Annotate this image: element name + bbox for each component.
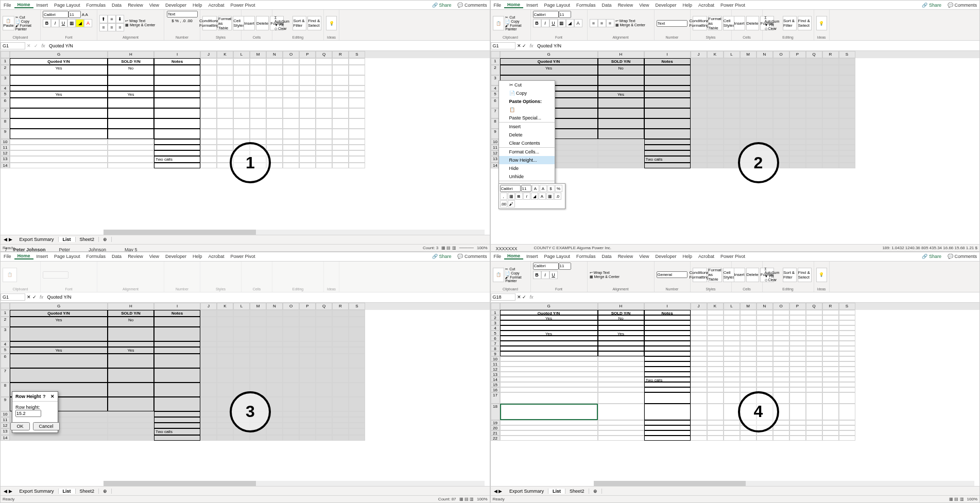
- mini-comma[interactable]: ,: [500, 193, 507, 200]
- col-J[interactable]: J: [200, 51, 217, 58]
- sheet-grid[interactable]: GHIJKLMNOPQRS 1Quoted Y/NSOLD Y/NNotes 2…: [491, 303, 980, 485]
- ctx-copy[interactable]: 📄 Copy: [499, 89, 555, 97]
- cell-I13[interactable]: Two calls: [154, 156, 200, 163]
- find-select[interactable]: Find & Select: [307, 16, 321, 30]
- paste-button[interactable]: 📋Paste: [3, 16, 14, 30]
- menu-pagelayout[interactable]: Page Layout: [51, 3, 83, 8]
- autosum[interactable]: Σ AutoSum: [274, 16, 291, 23]
- name-box[interactable]: [491, 42, 515, 49]
- tab-export[interactable]: Export Summary: [15, 237, 59, 242]
- enter-icon[interactable]: ✓: [32, 43, 40, 48]
- formula-input[interactable]: [535, 294, 979, 300]
- col-Q[interactable]: Q: [316, 51, 332, 58]
- mini-currency[interactable]: $: [547, 185, 555, 192]
- border-button[interactable]: ▦: [67, 19, 76, 27]
- h-scrollbar[interactable]: [104, 481, 485, 486]
- cell-G2[interactable]: Yes: [10, 65, 108, 75]
- row-6[interactable]: 6: [1, 98, 10, 108]
- menu-review[interactable]: Review: [125, 3, 146, 8]
- col-R[interactable]: R: [332, 51, 349, 58]
- col-P[interactable]: P: [299, 51, 316, 58]
- cell-I1[interactable]: Notes: [154, 58, 200, 65]
- insert-cells[interactable]: Insert: [244, 16, 255, 30]
- ctx-paste-special[interactable]: Paste Special...: [499, 114, 555, 122]
- mini-increase-font[interactable]: A: [532, 185, 539, 192]
- ctx-formatcells[interactable]: Format Cells...: [499, 147, 555, 156]
- dlg-ok[interactable]: OK: [10, 422, 29, 430]
- formatpainter-button[interactable]: 🖌 Format Painter: [15, 24, 38, 31]
- align-bot[interactable]: ⬇: [116, 15, 124, 23]
- col-G[interactable]: G: [10, 51, 108, 58]
- cell-H5[interactable]: Yes: [108, 91, 154, 98]
- cell-H2[interactable]: No: [108, 65, 154, 75]
- underline-button[interactable]: U: [59, 19, 67, 27]
- fmt-table[interactable]: Format as Table: [218, 16, 232, 30]
- row-1[interactable]: 1: [1, 58, 10, 65]
- formula-input[interactable]: [535, 43, 979, 48]
- mini-decimal2[interactable]: .00: [500, 200, 507, 207]
- mini-fontcolor[interactable]: A: [539, 193, 546, 200]
- col-K[interactable]: K: [217, 51, 233, 58]
- ctx-cut[interactable]: ✂ Cut: [499, 81, 555, 89]
- cell-G1[interactable]: Quoted Y/N: [10, 58, 108, 65]
- row-14[interactable]: 14: [1, 163, 10, 168]
- tab-list[interactable]: List: [59, 237, 76, 242]
- bold-button[interactable]: B: [43, 19, 51, 27]
- delete-cells[interactable]: Delete: [256, 16, 269, 30]
- row-12[interactable]: 12: [1, 150, 10, 156]
- cell-I2[interactable]: [154, 65, 200, 75]
- font-size[interactable]: [68, 11, 81, 18]
- row-7[interactable]: 7: [1, 108, 10, 118]
- merge-center[interactable]: ▦ Merge & Center: [125, 23, 155, 27]
- menu-data[interactable]: Data: [109, 3, 125, 8]
- ctx-hide[interactable]: Hide: [499, 164, 555, 172]
- row-5[interactable]: 5: [1, 91, 10, 98]
- font-color-button[interactable]: A: [84, 19, 92, 27]
- menu-developer[interactable]: Developer: [162, 3, 190, 8]
- row-4[interactable]: 4: [1, 85, 10, 91]
- dlg-close[interactable]: ✕: [50, 394, 55, 399]
- new-sheet[interactable]: ⊕: [99, 237, 112, 242]
- dlg-cancel[interactable]: Cancel: [33, 422, 60, 430]
- comments-button[interactable]: 💬 Comments: [455, 2, 489, 8]
- select-all[interactable]: [1, 51, 10, 58]
- row-3[interactable]: 3: [1, 75, 10, 85]
- copy-button[interactable]: 📄 Copy: [15, 20, 38, 24]
- active-cell[interactable]: [500, 404, 598, 420]
- row-8[interactable]: 8: [1, 118, 10, 129]
- clear[interactable]: ◇ Clear: [274, 27, 291, 31]
- row-2[interactable]: 2: [1, 65, 10, 75]
- h-scrollbar[interactable]: [594, 481, 975, 486]
- fill-color-button[interactable]: ◢: [76, 19, 84, 27]
- dlg-help[interactable]: ?: [43, 394, 46, 399]
- col-M[interactable]: M: [250, 51, 266, 58]
- share-button[interactable]: 🔗 Share: [429, 2, 454, 8]
- italic-button[interactable]: I: [51, 19, 59, 27]
- formula-input[interactable]: [47, 43, 490, 48]
- col-O[interactable]: O: [283, 51, 299, 58]
- h-scrollbar[interactable]: [104, 230, 485, 235]
- ctx-clear[interactable]: Clear Contents: [499, 139, 555, 147]
- row-11[interactable]: 11: [1, 145, 10, 150]
- menu-formulas[interactable]: Formulas: [83, 3, 109, 8]
- mini-formatpainter[interactable]: 🖌: [508, 200, 515, 207]
- mini-bold[interactable]: B: [515, 193, 523, 200]
- cancel-icon[interactable]: ✕: [25, 43, 32, 48]
- col-L[interactable]: L: [233, 51, 250, 58]
- menu-file[interactable]: File: [1, 3, 14, 8]
- cut-button[interactable]: ✂ Cut: [15, 15, 38, 20]
- name-box[interactable]: [491, 293, 515, 301]
- number-format[interactable]: [167, 11, 198, 18]
- wrap-text[interactable]: ↩ Wrap Text: [125, 19, 155, 23]
- menu-acrobat[interactable]: Acrobat: [205, 3, 228, 8]
- menu-view[interactable]: View: [146, 3, 162, 8]
- fill[interactable]: ▼ Fill: [274, 23, 291, 27]
- mini-decimal[interactable]: .0: [554, 193, 561, 200]
- row-9[interactable]: 9: [1, 129, 10, 139]
- align-center[interactable]: ≡: [108, 23, 116, 31]
- ctx-delete[interactable]: Delete: [499, 131, 555, 139]
- align-top[interactable]: ⬆: [99, 15, 108, 23]
- cell-G5[interactable]: Yes: [10, 91, 108, 98]
- ideas[interactable]: 💡: [326, 16, 337, 30]
- mini-merge[interactable]: ▦: [508, 193, 515, 200]
